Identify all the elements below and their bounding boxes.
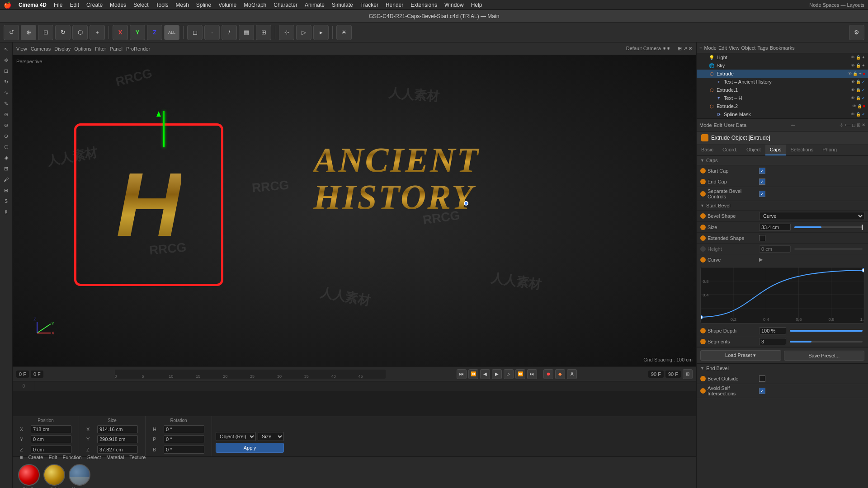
hierarchy-item-text-ancient[interactable]: T Text – Ancient History 👁 🔒 ✓ (697, 78, 868, 86)
vp-menu-view[interactable]: View (16, 46, 27, 52)
tab-basic[interactable]: Basic (697, 145, 718, 155)
sidebar-spline[interactable]: ∿ (1, 88, 11, 98)
extrude-lock-icon[interactable]: 🔒 (853, 71, 858, 76)
sidebar-magnet[interactable]: ⊛ (1, 109, 11, 119)
sidebar-sym[interactable]: ⊟ (1, 185, 11, 195)
hierarchy-item-sky[interactable]: 🌐 Sky 👁 🔒 ✦ (697, 61, 868, 70)
axis-x[interactable]: X (113, 25, 128, 40)
curve-graph[interactable]: 0.8 0.4 0.2 0.4 0.6 0.8 1.0 (700, 267, 864, 324)
render-all[interactable]: ▸ (313, 25, 329, 40)
go-end-button[interactable]: ⏭ (527, 369, 537, 379)
segments-input[interactable] (759, 338, 786, 345)
hierarchy-item-spline[interactable]: ⟳ Spline Mask 👁 🔒 ✓ (697, 110, 868, 118)
load-preset-button[interactable]: Load Preset ▾ (700, 350, 781, 361)
light-lock-icon[interactable]: 🔒 (856, 55, 861, 60)
extended-shape-checkbox[interactable] (759, 235, 765, 241)
menu-mesh[interactable]: Mesh (176, 2, 189, 8)
prop-edit[interactable]: Edit (714, 122, 722, 128)
hier-object[interactable]: Object (741, 45, 756, 51)
tab-phong[interactable]: Phong (818, 145, 841, 155)
shape-depth-input[interactable] (759, 327, 786, 334)
play-reverse-button[interactable]: ◀ (480, 369, 490, 379)
sidebar-knife[interactable]: ⊘ (1, 120, 11, 130)
menu-character[interactable]: Character (274, 2, 297, 8)
record-button[interactable]: ⏺ (543, 369, 553, 379)
hierarchy-item-light[interactable]: 💡 Light 👁 🔒 ✦ (697, 53, 868, 61)
menu-simulate[interactable]: Simulate (332, 2, 353, 8)
tab-object[interactable]: Object (742, 145, 765, 155)
menu-edit[interactable]: Edit (70, 2, 79, 8)
extrude-render-icon[interactable]: ✦ (859, 71, 862, 76)
object-mode[interactable]: ◻ (187, 25, 203, 40)
mat-function[interactable]: Function (61, 455, 83, 460)
tab-coord[interactable]: Coord. (718, 145, 742, 155)
fps-display[interactable]: 90 F (665, 371, 681, 378)
mat-select[interactable]: Select (85, 455, 103, 460)
prop-userdata[interactable]: User Data (724, 122, 747, 128)
go-start-button[interactable]: ⏮ (457, 369, 467, 379)
play-forward-button[interactable]: ▷ (504, 369, 514, 379)
x-size-input[interactable] (97, 425, 138, 433)
material-museum[interactable]: Museum (69, 464, 90, 488)
edge-mode[interactable]: / (222, 25, 237, 40)
axis-z[interactable]: Z (147, 25, 162, 40)
x-position-input[interactable] (31, 425, 71, 433)
menu-render[interactable]: Render (386, 2, 403, 8)
sidebar-scale[interactable]: ⊡ (1, 66, 11, 76)
text-ancient-lock[interactable]: 🔒 (856, 80, 861, 84)
mat-menu-toggle[interactable]: ≡ (18, 455, 24, 460)
tab-caps[interactable]: Caps (765, 145, 786, 155)
hier-tags[interactable]: Tags (757, 45, 768, 51)
apple-menu[interactable]: 🍎 (4, 1, 11, 9)
caps-section-header[interactable]: ▼ Caps (697, 156, 868, 165)
timeline-settings[interactable]: ⊞ (683, 369, 693, 379)
light-render-icon[interactable]: ✦ (862, 55, 865, 60)
prop-nav-icons[interactable]: ⊹ ⟵ ◻ ⊞ ✕ (840, 122, 865, 127)
size-input[interactable] (759, 224, 791, 231)
sky-vis-icon[interactable]: 👁 (851, 63, 855, 68)
start-cap-checkbox[interactable] (759, 168, 765, 174)
settings-button[interactable]: ⚙ (849, 25, 864, 40)
auto-key-button[interactable]: A (567, 369, 577, 379)
vp-menu-display[interactable]: Display (54, 46, 71, 52)
extrude1-lock[interactable]: 🔒 (856, 88, 861, 92)
hier-mode[interactable]: Mode (704, 45, 717, 51)
y-position-input[interactable] (31, 435, 71, 443)
sidebar-poly[interactable]: ⬡ (1, 142, 11, 152)
prop-mode[interactable]: Mode (699, 122, 712, 128)
poly-mode[interactable]: ▦ (239, 25, 254, 40)
point-mode[interactable]: · (204, 25, 220, 40)
tab-selections[interactable]: Selections (786, 145, 818, 155)
vp-menu-panel[interactable]: Panel (110, 46, 123, 52)
hierarchy-item-text-h[interactable]: T Text – H 👁 🔒 ✓ (697, 94, 868, 102)
menu-volume[interactable]: Volume (218, 2, 236, 8)
shape-depth-slider[interactable] (790, 330, 863, 332)
mat-edit[interactable]: Edit (47, 455, 59, 460)
uv-mode[interactable]: ⊞ (256, 25, 271, 40)
menu-create[interactable]: Create (86, 2, 103, 8)
end-bevel-header[interactable]: ▼ End Bevel (697, 364, 868, 373)
bevel-shape-select[interactable]: Curve Linear Step (759, 212, 864, 220)
menu-spline[interactable]: Spline (196, 2, 211, 8)
hierarchy-item-extrude[interactable]: ⬡ Extrude 👁 🔒 ✦ ■ (697, 70, 868, 78)
sidebar-bevel[interactable]: ◈ (1, 153, 11, 163)
lights-button[interactable]: ☀ (336, 25, 352, 40)
sidebar-c-s[interactable]: $ (1, 196, 11, 206)
size-slider[interactable] (794, 226, 863, 228)
sidebar-extrude[interactable]: ⊞ (1, 164, 11, 174)
vp-menu-options[interactable]: Options (74, 46, 91, 52)
menu-select[interactable]: Select (133, 2, 148, 8)
menu-tracker[interactable]: Tracker (360, 2, 378, 8)
mat-texture[interactable]: Texture (127, 455, 147, 460)
sky-lock-icon[interactable]: 🔒 (856, 63, 861, 68)
sidebar-brush[interactable]: ✎ (1, 99, 11, 108)
sidebar-select[interactable]: ↖ (1, 44, 11, 54)
extrude1-vis[interactable]: 👁 (851, 88, 855, 92)
tool-move[interactable]: ⊕ (21, 25, 36, 40)
size-mode-select[interactable]: Size Scale (258, 432, 284, 441)
spline-vis[interactable]: 👁 (851, 112, 855, 117)
vp-menu-prorender[interactable]: ProRender (126, 46, 150, 52)
axis-all[interactable]: ALL (164, 25, 179, 40)
undo-button[interactable]: ↺ (4, 25, 19, 40)
extrude-vis-icon[interactable]: 👁 (848, 71, 852, 76)
